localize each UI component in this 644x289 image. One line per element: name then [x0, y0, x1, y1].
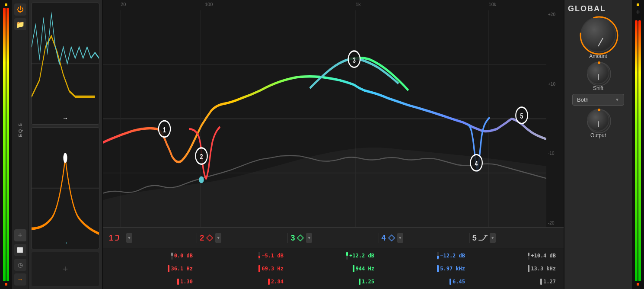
- band1-gain-cell[interactable]: 0.0 dB: [106, 252, 197, 260]
- band2-q: 2.84: [271, 279, 284, 285]
- left-meter-strip: [0, 0, 12, 289]
- left-sidebar: ⏻ 📁 EQ-5 + ⬜ ◷ →: [12, 0, 103, 289]
- freq-row: 36.1 Hz 69.3 Hz 944 Hz 5.97 kHz 13.3 kHz: [106, 262, 560, 275]
- svg-text:4: 4: [475, 159, 478, 167]
- band1-dropdown[interactable]: ▼: [126, 233, 132, 243]
- amount-knob[interactable]: [580, 17, 616, 52]
- curve-svg: [32, 128, 99, 249]
- band2-freq-indicator: [258, 265, 260, 272]
- band5-number[interactable]: 5: [472, 234, 477, 243]
- band4-freq-indicator: [437, 265, 439, 272]
- svg-point-16: [580, 17, 618, 54]
- right-meter-top-indicator: [637, 3, 639, 6]
- route-button[interactable]: →: [14, 273, 26, 286]
- both-label: Both: [577, 96, 589, 103]
- output-knob-container: Output: [587, 109, 609, 138]
- band2-dropdown[interactable]: ▼: [215, 233, 221, 243]
- band4-gain-bar: [437, 252, 439, 260]
- band1-freq-cell[interactable]: 36.1 Hz: [106, 265, 197, 272]
- waveform-svg: [32, 3, 99, 124]
- band4-q-indicator: [450, 279, 451, 285]
- band1-q-cell[interactable]: 1.30: [106, 279, 197, 285]
- clock-button[interactable]: ◷: [14, 259, 26, 271]
- mini-waveform-panel: →: [31, 3, 99, 125]
- band3-dropdown[interactable]: ▼: [306, 233, 312, 243]
- left-icon-column: ⏻ 📁 EQ-5 + ⬜ ◷ →: [12, 0, 29, 289]
- band3-freq-indicator: [353, 265, 354, 272]
- band1-number[interactable]: 1: [109, 234, 113, 243]
- left-panels-column: → → +: [29, 0, 102, 289]
- add-band-button[interactable]: +: [14, 229, 26, 241]
- band2-freq-cell[interactable]: 69.3 Hz: [197, 265, 288, 272]
- right-meter-bar-l: [635, 20, 638, 281]
- shift-ring-svg: [586, 61, 612, 87]
- eq-display[interactable]: 20 100 1k 10k +20 +10 -10 -20: [103, 0, 564, 228]
- band4-q: 6.45: [453, 279, 465, 285]
- svg-point-18: [598, 61, 600, 64]
- freq-ruler: 20 100 1k 10k: [103, 2, 546, 10]
- right-meter-bar-r: [638, 20, 641, 281]
- band4-gain: −12.2 dB: [440, 253, 465, 259]
- output-knob[interactable]: [587, 109, 609, 132]
- band5-q-cell[interactable]: 1.27: [469, 279, 560, 285]
- both-dropdown[interactable]: Both ▼: [572, 94, 624, 106]
- band2-number[interactable]: 2: [200, 234, 204, 243]
- band3-shape-icon[interactable]: [296, 234, 304, 242]
- gain-row: 0.0 dB −5.1 dB +12.2 dB −12.2 dB: [106, 249, 560, 262]
- left-meter-bar-l: [3, 8, 6, 281]
- band3-freq-cell[interactable]: 944 Hz: [288, 265, 379, 272]
- both-dropdown-arrow: ▼: [615, 97, 619, 102]
- band2-gain-cell[interactable]: −5.1 dB: [197, 252, 288, 260]
- mini-curve-panel: →: [31, 127, 99, 249]
- right-meter-strip: +: [632, 0, 644, 289]
- band2-q-cell[interactable]: 2.84: [197, 279, 288, 285]
- q-row: 1.30 2.84 1.25 6.45 1.27: [106, 275, 560, 288]
- left-meter-bar-r: [6, 8, 9, 281]
- svg-text:5: 5: [520, 112, 523, 120]
- band5-gain: +10.4 dB: [531, 253, 556, 259]
- band5-freq-cell[interactable]: 13.3 kHz: [469, 265, 560, 272]
- add-panel-button[interactable]: +: [63, 263, 68, 275]
- band4-section: 4 ▼: [379, 233, 470, 243]
- band4-dropdown[interactable]: ▼: [397, 233, 403, 243]
- band2-shape-icon[interactable]: [206, 234, 214, 242]
- freq-label-10k: 10k: [489, 2, 497, 7]
- band3-q-indicator: [359, 279, 360, 285]
- amount-knob-container: Amount: [580, 17, 616, 59]
- band1-q: 1.30: [180, 279, 193, 285]
- waveform-panel-arrow[interactable]: →: [62, 115, 68, 122]
- band4-shape-icon[interactable]: [388, 234, 395, 242]
- shift-knob[interactable]: [587, 62, 609, 84]
- band5-dropdown[interactable]: ▼: [490, 233, 496, 243]
- band1-shape-icon[interactable]: [115, 234, 124, 242]
- band1-gain: 0.0 dB: [174, 253, 193, 259]
- band4-number[interactable]: 4: [382, 234, 386, 243]
- curve-panel-arrow[interactable]: →: [62, 239, 68, 246]
- band3-freq: 944 Hz: [356, 266, 374, 272]
- band5-gain-bar: [528, 252, 529, 260]
- shift-knob-indicator: [598, 74, 599, 80]
- band3-section: 3 ▼: [288, 233, 379, 243]
- db-minus10: -20: [548, 221, 562, 225]
- left-meter-top-indicator: [5, 3, 7, 6]
- screen-button[interactable]: ⬜: [14, 244, 26, 256]
- folder-button[interactable]: 📁: [14, 18, 26, 30]
- output-knob-indicator: [598, 121, 599, 127]
- db-zero: -10: [548, 151, 562, 156]
- band3-number[interactable]: 3: [290, 234, 295, 243]
- svg-point-20: [598, 109, 600, 111]
- left-meter-bottom-indicator: [5, 283, 7, 286]
- band4-q-cell[interactable]: 6.45: [379, 279, 469, 285]
- band5-gain-cell[interactable]: +10.4 dB: [469, 252, 560, 260]
- power-button[interactable]: ⏻: [14, 3, 26, 16]
- band5-shape-icon[interactable]: [478, 234, 488, 242]
- band3-q-cell[interactable]: 1.25: [288, 279, 379, 285]
- right-meter-bottom-indicator: [637, 283, 639, 286]
- band5-freq-indicator: [528, 265, 529, 272]
- band4-freq-cell[interactable]: 5.97 kHz: [379, 265, 469, 272]
- band4-gain-cell[interactable]: −12.2 dB: [379, 252, 469, 260]
- band3-q: 1.25: [362, 279, 374, 285]
- band3-gain-cell[interactable]: +12.2 dB: [288, 252, 379, 260]
- svg-point-17: [587, 62, 611, 86]
- right-add-button[interactable]: +: [636, 8, 641, 17]
